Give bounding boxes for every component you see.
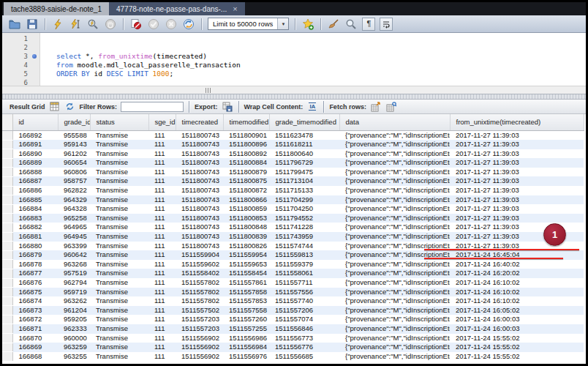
cell[interactable]: 2017-11-27 11:39:03 <box>450 214 584 223</box>
cell[interactable]: 166878 <box>12 260 58 269</box>
table-row[interactable]: 166870960000Transmise1111511556902151155… <box>2 334 584 343</box>
cell[interactable]: 1511800743 <box>176 140 223 149</box>
cell[interactable]: 166884 <box>12 204 58 214</box>
cell[interactable]: 111 <box>148 195 176 205</box>
row-selector[interactable] <box>2 195 12 205</box>
explain-query-icon[interactable] <box>86 18 99 31</box>
table-row[interactable]: 166876962794Transmise1111511557802151155… <box>2 278 584 288</box>
cell[interactable]: 111 <box>148 324 176 334</box>
code-line[interactable] <box>56 34 586 43</box>
cell[interactable]: 1511556986 <box>223 334 269 343</box>
cell[interactable]: 959143 <box>58 140 90 149</box>
save-script-icon[interactable] <box>26 18 39 31</box>
cell[interactable]: 963259 <box>58 343 90 352</box>
cell[interactable]: 2017-11-27 11:39:03 <box>450 186 584 195</box>
cell[interactable]: {"provenance":"M","idInscriptionEtudia..… <box>339 288 450 297</box>
cell[interactable]: {"provenance":"M","idInscriptionEtudia..… <box>339 260 450 269</box>
cell[interactable]: Transmise <box>90 149 148 159</box>
cell[interactable]: 111 <box>148 242 176 251</box>
refresh-icon[interactable] <box>64 101 76 112</box>
row-selector[interactable] <box>2 149 12 159</box>
cell[interactable]: 166869 <box>12 343 58 352</box>
cell[interactable]: {"provenance":"M","idInscriptionEtudia..… <box>339 140 450 149</box>
export-icon[interactable] <box>222 101 233 112</box>
row-selector[interactable] <box>2 306 12 315</box>
cell[interactable]: Transmise <box>90 352 148 362</box>
cell[interactable]: {"provenance":"M","idInscriptionEtudia..… <box>339 204 450 214</box>
cell[interactable]: {"provenance":"M","idInscriptionEtudia..… <box>339 130 450 140</box>
chevron-down-icon[interactable]: ▼ <box>277 18 288 29</box>
row-selector[interactable] <box>2 223 12 232</box>
limit-rows-dropdown[interactable]: Limit to 50000 rows ▼ <box>208 18 289 30</box>
row-selector[interactable] <box>2 168 12 177</box>
table-row[interactable]: 166883965258Transmise1111511800743151180… <box>2 214 584 223</box>
cell[interactable]: 2017-11-24 16:00:03 <box>450 324 584 334</box>
rollback-icon[interactable] <box>165 18 178 31</box>
cell[interactable]: 1511556984 <box>223 343 269 352</box>
cell[interactable]: 960806 <box>58 168 90 177</box>
cell[interactable]: 960654 <box>58 158 90 168</box>
row-selector[interactable] <box>2 260 12 269</box>
cell[interactable]: 1511800848 <box>223 223 269 232</box>
cell[interactable]: Transmise <box>90 214 148 223</box>
cell[interactable]: 1511800743 <box>176 158 223 168</box>
cell[interactable]: 963255 <box>58 352 90 362</box>
cell[interactable]: 1511618211 <box>269 140 339 149</box>
cell[interactable]: 1511557853 <box>223 296 269 306</box>
cell[interactable]: 166889 <box>12 158 58 168</box>
tab-47778[interactable]: 47778-note-ne-passe-pas-dans-... × <box>109 2 245 15</box>
cell[interactable]: 1511556776 <box>269 343 339 352</box>
cell[interactable]: 1511800743 <box>176 223 223 232</box>
cell[interactable]: 1511559653 <box>223 260 269 269</box>
cell[interactable]: 1511800743 <box>176 195 223 205</box>
cell[interactable]: Transmise <box>90 306 148 315</box>
row-selector[interactable] <box>2 250 12 260</box>
cell[interactable]: 957519 <box>58 269 90 278</box>
cell[interactable]: Transmise <box>90 168 148 177</box>
cell[interactable]: 111 <box>148 130 176 140</box>
cell[interactable]: Transmise <box>90 158 148 168</box>
cell[interactable]: 111 <box>148 278 176 288</box>
cell[interactable]: 111 <box>148 140 176 149</box>
cell[interactable]: Transmise <box>90 288 148 297</box>
cell[interactable]: 1511559813 <box>269 250 339 260</box>
cell[interactable]: 1511556846 <box>269 324 339 334</box>
cell[interactable]: 166875 <box>12 288 58 297</box>
row-selector[interactable] <box>2 343 12 352</box>
cell[interactable]: 962822 <box>58 186 90 195</box>
cell[interactable]: Transmise <box>90 260 148 269</box>
cell[interactable]: 1511558454 <box>223 269 269 278</box>
cell[interactable]: 959205 <box>58 315 90 324</box>
cell[interactable]: 1511557802 <box>176 278 223 288</box>
cell[interactable]: Transmise <box>90 315 148 324</box>
cell[interactable]: 1511800743 <box>176 232 223 242</box>
cell[interactable]: {"provenance":"M","idInscriptionEtudia..… <box>339 269 450 278</box>
editor-result-splitter[interactable] <box>2 94 586 100</box>
cell[interactable]: 111 <box>148 204 176 214</box>
row-selector[interactable] <box>2 334 12 343</box>
cell[interactable]: 1511800743 <box>176 204 223 214</box>
row-selector[interactable] <box>2 158 12 168</box>
cell[interactable]: 1511800866 <box>223 195 269 205</box>
cell[interactable]: 958757 <box>58 176 90 186</box>
cell[interactable]: 166873 <box>12 306 58 315</box>
row-selector[interactable] <box>2 315 12 324</box>
open-script-icon[interactable] <box>8 18 21 31</box>
cell[interactable]: 2017-11-24 15:55:02 <box>450 343 584 352</box>
cell[interactable]: 964945 <box>58 232 90 242</box>
cell[interactable]: 1511800839 <box>223 232 269 242</box>
cell[interactable]: 1511704250 <box>269 204 339 214</box>
cell[interactable]: Transmise <box>90 343 148 352</box>
cell[interactable]: 962333 <box>58 324 90 334</box>
editor-hscrollbar[interactable] <box>2 86 586 94</box>
table-row[interactable]: 166884964328Transmise1111511800743151180… <box>2 204 584 214</box>
table-row[interactable]: 166869963259Transmise1111511556902151155… <box>2 343 584 352</box>
cell[interactable]: 1511623478 <box>269 130 339 140</box>
code-line[interactable]: ORDER BY id DESC LIMIT 1000; <box>56 70 586 78</box>
cell[interactable]: {"provenance":"M","idInscriptionEtudia..… <box>339 315 450 324</box>
row-selector-header[interactable] <box>2 114 12 130</box>
table-row[interactable]: 166881964945Transmise1111511800743151180… <box>2 232 584 242</box>
row-selector[interactable] <box>2 324 12 334</box>
cell[interactable]: 1511800892 <box>223 149 269 159</box>
cell[interactable]: 963262 <box>58 296 90 306</box>
